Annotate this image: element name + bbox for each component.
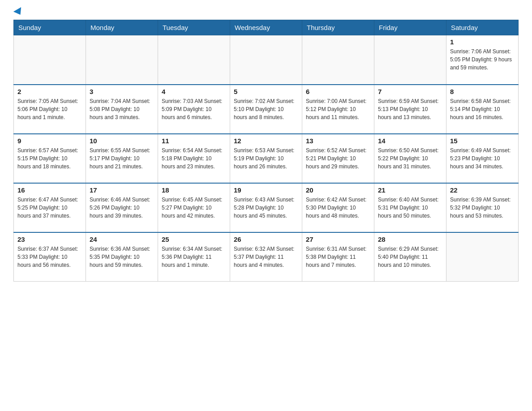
day-number: 19: [234, 186, 298, 194]
day-number: 4: [162, 88, 226, 95]
day-number: 24: [90, 235, 154, 243]
day-number: 20: [306, 186, 370, 194]
day-info: Sunrise: 6:29 AM Sunset: 5:40 PM Dayligh…: [378, 245, 442, 269]
calendar-cell: [446, 232, 519, 282]
day-number: 21: [378, 186, 442, 194]
calendar-cell: [86, 35, 158, 85]
calendar-cell: 28Sunrise: 6:29 AM Sunset: 5:40 PM Dayli…: [374, 232, 446, 282]
page-header: [13, 9, 519, 15]
calendar-cell: 23Sunrise: 6:37 AM Sunset: 5:33 PM Dayli…: [14, 232, 86, 282]
day-info: Sunrise: 6:53 AM Sunset: 5:19 PM Dayligh…: [234, 146, 298, 171]
calendar-cell: 11Sunrise: 6:54 AM Sunset: 5:18 PM Dayli…: [158, 134, 230, 183]
day-info: Sunrise: 6:37 AM Sunset: 5:33 PM Dayligh…: [17, 245, 82, 269]
day-number: 28: [378, 235, 442, 243]
day-info: Sunrise: 6:43 AM Sunset: 5:28 PM Dayligh…: [234, 196, 298, 220]
calendar-cell: [374, 35, 446, 85]
weekday-header-row: SundayMondayTuesdayWednesdayThursdayFrid…: [14, 20, 519, 35]
day-info: Sunrise: 7:04 AM Sunset: 5:08 PM Dayligh…: [90, 97, 154, 121]
calendar-cell: [14, 35, 86, 85]
day-number: 7: [378, 88, 442, 95]
logo: [13, 9, 23, 15]
day-info: Sunrise: 6:32 AM Sunset: 5:37 PM Dayligh…: [234, 245, 298, 269]
weekday-header-sunday: Sunday: [14, 20, 86, 35]
day-info: Sunrise: 7:05 AM Sunset: 5:06 PM Dayligh…: [17, 97, 82, 121]
weekday-header-wednesday: Wednesday: [230, 20, 302, 35]
day-number: 27: [306, 235, 370, 243]
day-info: Sunrise: 6:36 AM Sunset: 5:35 PM Dayligh…: [90, 245, 154, 269]
day-info: Sunrise: 6:45 AM Sunset: 5:27 PM Dayligh…: [162, 196, 226, 220]
day-info: Sunrise: 7:06 AM Sunset: 5:05 PM Dayligh…: [450, 47, 515, 72]
calendar-cell: 13Sunrise: 6:52 AM Sunset: 5:21 PM Dayli…: [302, 134, 374, 183]
weekday-header-saturday: Saturday: [446, 20, 519, 35]
day-number: 2: [17, 88, 82, 95]
calendar-week-row: 2Sunrise: 7:05 AM Sunset: 5:06 PM Daylig…: [14, 85, 519, 134]
calendar-cell: [302, 35, 374, 85]
calendar-cell: 27Sunrise: 6:31 AM Sunset: 5:38 PM Dayli…: [302, 232, 374, 282]
day-number: 13: [306, 137, 370, 145]
calendar-week-row: 9Sunrise: 6:57 AM Sunset: 5:15 PM Daylig…: [14, 134, 519, 183]
calendar-cell: 26Sunrise: 6:32 AM Sunset: 5:37 PM Dayli…: [230, 232, 302, 282]
day-info: Sunrise: 6:40 AM Sunset: 5:31 PM Dayligh…: [378, 196, 442, 220]
calendar-week-row: 1Sunrise: 7:06 AM Sunset: 5:05 PM Daylig…: [14, 35, 519, 85]
day-number: 15: [450, 137, 515, 145]
day-info: Sunrise: 6:34 AM Sunset: 5:36 PM Dayligh…: [162, 245, 226, 269]
day-info: Sunrise: 7:02 AM Sunset: 5:10 PM Dayligh…: [234, 97, 298, 121]
calendar-table: SundayMondayTuesdayWednesdayThursdayFrid…: [13, 20, 519, 282]
calendar-cell: 10Sunrise: 6:55 AM Sunset: 5:17 PM Dayli…: [86, 134, 158, 183]
calendar-cell: 17Sunrise: 6:46 AM Sunset: 5:26 PM Dayli…: [86, 183, 158, 232]
day-info: Sunrise: 6:59 AM Sunset: 5:13 PM Dayligh…: [378, 97, 442, 121]
calendar-cell: 5Sunrise: 7:02 AM Sunset: 5:10 PM Daylig…: [230, 85, 302, 134]
day-number: 5: [234, 88, 298, 95]
day-number: 23: [17, 235, 82, 243]
day-number: 18: [162, 186, 226, 194]
day-info: Sunrise: 6:54 AM Sunset: 5:18 PM Dayligh…: [162, 146, 226, 171]
day-number: 12: [234, 137, 298, 145]
day-number: 16: [17, 186, 82, 194]
calendar-cell: 8Sunrise: 6:58 AM Sunset: 5:14 PM Daylig…: [446, 85, 519, 134]
calendar-cell: 6Sunrise: 7:00 AM Sunset: 5:12 PM Daylig…: [302, 85, 374, 134]
calendar-cell: 2Sunrise: 7:05 AM Sunset: 5:06 PM Daylig…: [14, 85, 86, 134]
calendar-cell: 12Sunrise: 6:53 AM Sunset: 5:19 PM Dayli…: [230, 134, 302, 183]
calendar-cell: 7Sunrise: 6:59 AM Sunset: 5:13 PM Daylig…: [374, 85, 446, 134]
weekday-header-thursday: Thursday: [302, 20, 374, 35]
day-number: 26: [234, 235, 298, 243]
day-number: 1: [450, 38, 515, 46]
day-info: Sunrise: 6:50 AM Sunset: 5:22 PM Dayligh…: [378, 146, 442, 171]
calendar-cell: 16Sunrise: 6:47 AM Sunset: 5:25 PM Dayli…: [14, 183, 86, 232]
day-info: Sunrise: 6:42 AM Sunset: 5:30 PM Dayligh…: [306, 196, 370, 220]
day-info: Sunrise: 7:03 AM Sunset: 5:09 PM Dayligh…: [162, 97, 226, 121]
day-info: Sunrise: 6:52 AM Sunset: 5:21 PM Dayligh…: [306, 146, 370, 171]
day-number: 14: [378, 137, 442, 145]
day-number: 11: [162, 137, 226, 145]
calendar-cell: 14Sunrise: 6:50 AM Sunset: 5:22 PM Dayli…: [374, 134, 446, 183]
calendar-cell: 20Sunrise: 6:42 AM Sunset: 5:30 PM Dayli…: [302, 183, 374, 232]
calendar-week-row: 23Sunrise: 6:37 AM Sunset: 5:33 PM Dayli…: [14, 232, 519, 282]
weekday-header-tuesday: Tuesday: [158, 20, 230, 35]
calendar-week-row: 16Sunrise: 6:47 AM Sunset: 5:25 PM Dayli…: [14, 183, 519, 232]
calendar-cell: 15Sunrise: 6:49 AM Sunset: 5:23 PM Dayli…: [446, 134, 519, 183]
calendar-cell: [158, 35, 230, 85]
day-number: 17: [90, 186, 154, 194]
day-info: Sunrise: 6:58 AM Sunset: 5:14 PM Dayligh…: [450, 97, 515, 121]
day-info: Sunrise: 7:00 AM Sunset: 5:12 PM Dayligh…: [306, 97, 370, 121]
day-number: 3: [90, 88, 154, 95]
weekday-header-friday: Friday: [374, 20, 446, 35]
calendar-cell: 9Sunrise: 6:57 AM Sunset: 5:15 PM Daylig…: [14, 134, 86, 183]
calendar-cell: [230, 35, 302, 85]
calendar-cell: 3Sunrise: 7:04 AM Sunset: 5:08 PM Daylig…: [86, 85, 158, 134]
logo-triangle-icon: [13, 7, 24, 17]
calendar-cell: 19Sunrise: 6:43 AM Sunset: 5:28 PM Dayli…: [230, 183, 302, 232]
day-info: Sunrise: 6:31 AM Sunset: 5:38 PM Dayligh…: [306, 245, 370, 269]
day-number: 25: [162, 235, 226, 243]
calendar-cell: 22Sunrise: 6:39 AM Sunset: 5:32 PM Dayli…: [446, 183, 519, 232]
day-info: Sunrise: 6:47 AM Sunset: 5:25 PM Dayligh…: [17, 196, 82, 220]
calendar-cell: 1Sunrise: 7:06 AM Sunset: 5:05 PM Daylig…: [446, 35, 519, 85]
day-number: 6: [306, 88, 370, 95]
calendar-cell: 18Sunrise: 6:45 AM Sunset: 5:27 PM Dayli…: [158, 183, 230, 232]
calendar-cell: 25Sunrise: 6:34 AM Sunset: 5:36 PM Dayli…: [158, 232, 230, 282]
day-number: 9: [17, 137, 82, 145]
day-info: Sunrise: 6:39 AM Sunset: 5:32 PM Dayligh…: [450, 196, 515, 220]
day-info: Sunrise: 6:46 AM Sunset: 5:26 PM Dayligh…: [90, 196, 154, 220]
day-number: 8: [450, 88, 515, 95]
weekday-header-monday: Monday: [86, 20, 158, 35]
